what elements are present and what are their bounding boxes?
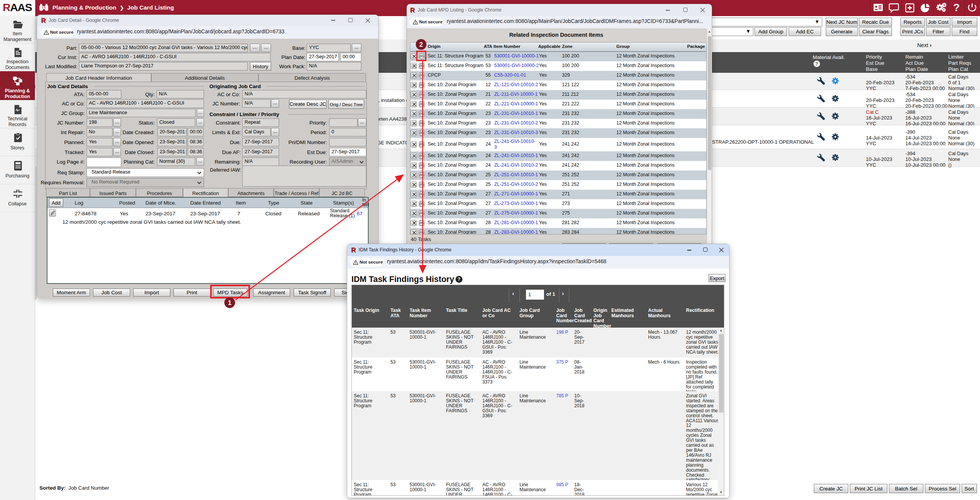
svg-text:1: 1 xyxy=(228,299,231,307)
svg-text:2: 2 xyxy=(419,41,423,48)
